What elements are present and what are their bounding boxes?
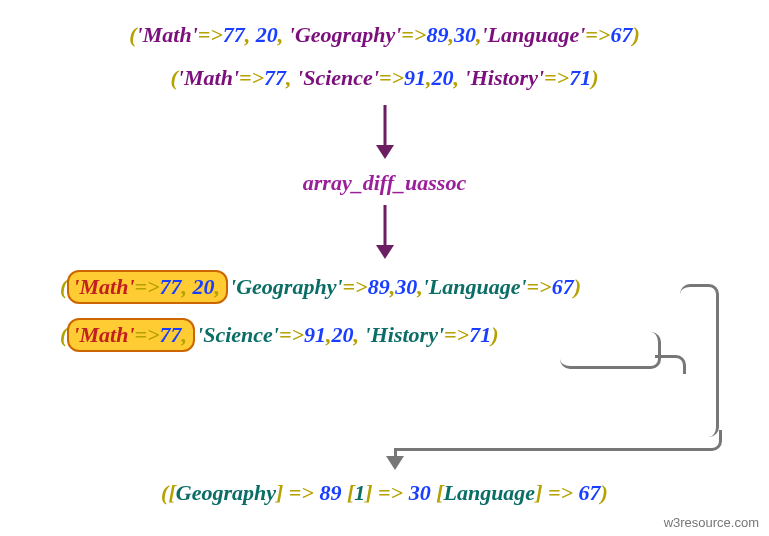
connector-line bbox=[680, 284, 719, 437]
diff-row-1: ('Math'=>77, 20,'Geography'=>89,30,'Lang… bbox=[60, 270, 581, 304]
connector-line bbox=[395, 430, 722, 451]
function-name: array_diff_uassoc bbox=[0, 170, 769, 196]
connector-line bbox=[560, 332, 661, 369]
input-array-2: ('Math'=>77, 'Science'=>91,20, 'History'… bbox=[0, 65, 769, 91]
arrowhead-icon bbox=[386, 456, 404, 470]
down-arrow-icon bbox=[383, 105, 386, 145]
arrowhead-icon bbox=[376, 245, 394, 259]
highlight-match: 'Math'=>77, 20, bbox=[67, 270, 228, 304]
output-array: ([Geography] => 89 [1] => 30 [Language] … bbox=[0, 480, 769, 506]
input-array-1: ('Math'=>77, 20, 'Geography'=>89,30,'Lan… bbox=[0, 22, 769, 48]
arrowhead-icon bbox=[376, 145, 394, 159]
attribution-text: w3resource.com bbox=[664, 515, 759, 530]
highlight-match: 'Math'=>77, bbox=[67, 318, 195, 352]
connector-line bbox=[655, 355, 686, 374]
diff-row-2: ('Math'=>77,'Science'=>91,20, 'History'=… bbox=[60, 318, 498, 352]
down-arrow-icon bbox=[383, 205, 386, 245]
